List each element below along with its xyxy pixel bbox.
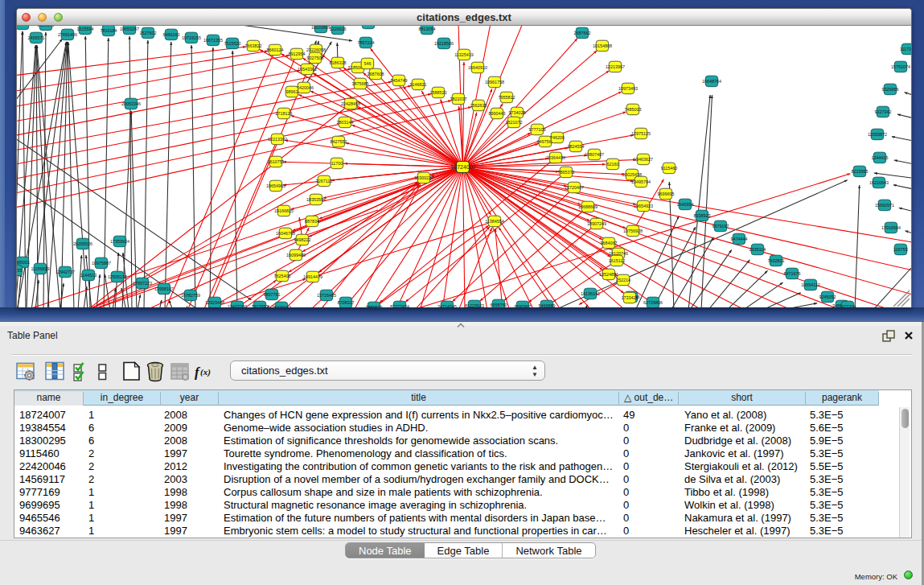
svg-text:9474444: 9474444 <box>731 237 748 241</box>
svg-text:8708317: 8708317 <box>338 300 355 305</box>
svg-text:15751074: 15751074 <box>891 64 910 69</box>
svg-text:1640954: 1640954 <box>677 202 694 207</box>
svg-text:116753: 116753 <box>893 247 908 252</box>
svg-text:12093872: 12093872 <box>868 132 887 137</box>
svg-text:8454749: 8454749 <box>391 78 408 83</box>
svg-text:13716485: 13716485 <box>317 293 336 298</box>
svg-text:16782759: 16782759 <box>181 293 200 298</box>
svg-text:3875685: 3875685 <box>352 81 369 86</box>
svg-text:985001: 985001 <box>17 260 30 265</box>
svg-text:2405571: 2405571 <box>28 35 45 40</box>
svg-text:746206: 746206 <box>550 135 565 140</box>
svg-text:16099489: 16099489 <box>286 253 306 257</box>
svg-text:1733426: 1733426 <box>622 295 639 300</box>
svg-text:7663822: 7663822 <box>245 43 262 48</box>
svg-text:10756928: 10756928 <box>623 229 643 233</box>
svg-text:18907249: 18907249 <box>587 221 606 226</box>
svg-text:2803144: 2803144 <box>337 120 354 125</box>
svg-text:62729806: 62729806 <box>643 300 663 305</box>
svg-text:10807487: 10807487 <box>585 152 604 157</box>
svg-text:9699695: 9699695 <box>658 192 675 196</box>
svg-text:8215955: 8215955 <box>852 169 869 174</box>
svg-text:18353594: 18353594 <box>306 197 326 202</box>
svg-text:9684067: 9684067 <box>601 241 618 245</box>
svg-text:252214: 252214 <box>616 278 630 282</box>
svg-text:10973493: 10973493 <box>618 86 638 91</box>
svg-text:7816184: 7816184 <box>101 28 117 33</box>
svg-text:10653267: 10653267 <box>120 27 139 31</box>
svg-text:8912954: 8912954 <box>289 51 306 56</box>
svg-text:2687608: 2687608 <box>368 72 384 76</box>
svg-text:3822037: 3822037 <box>450 97 467 101</box>
svg-text:12213967: 12213967 <box>606 64 625 69</box>
svg-text:23226058: 23226058 <box>306 47 326 52</box>
svg-text:15692971: 15692971 <box>875 203 894 208</box>
svg-text:13524851: 13524851 <box>599 272 618 277</box>
svg-text:6466160: 6466160 <box>163 32 180 37</box>
svg-text:10654112: 10654112 <box>801 282 820 287</box>
svg-text:17359924: 17359924 <box>110 239 129 244</box>
svg-text:1627204: 1627204 <box>840 304 856 307</box>
svg-text:12975125: 12975125 <box>631 131 651 136</box>
svg-text:12213302: 12213302 <box>268 137 287 142</box>
svg-text:16671355: 16671355 <box>203 38 223 43</box>
svg-text:11700: 11700 <box>331 161 343 166</box>
svg-text:14914479: 14914479 <box>303 274 322 279</box>
svg-text:3267110: 3267110 <box>316 179 333 183</box>
svg-text:9327508: 9327508 <box>307 56 324 60</box>
svg-text:11325419: 11325419 <box>454 52 474 57</box>
svg-text:62160: 62160 <box>607 162 619 167</box>
svg-text:7625402: 7625402 <box>274 274 291 278</box>
svg-text:7857224: 7857224 <box>358 40 375 45</box>
svg-text:20206526: 20206526 <box>73 241 92 246</box>
svg-text:9245052: 9245052 <box>819 295 836 299</box>
svg-text:11384554: 11384554 <box>485 219 504 224</box>
svg-text:16033809: 16033809 <box>311 26 331 30</box>
svg-text:19654923: 19654923 <box>634 204 653 208</box>
svg-text:98961: 98961 <box>286 89 298 94</box>
svg-text:27691406: 27691406 <box>58 32 77 37</box>
svg-text:7632821: 7632821 <box>768 258 785 263</box>
svg-text:17957223: 17957223 <box>133 281 152 286</box>
svg-text:8427552: 8427552 <box>331 139 347 144</box>
svg-text:1610755: 1610755 <box>268 159 285 164</box>
svg-text:16543362: 16543362 <box>298 67 317 72</box>
svg-text:3824554: 3824554 <box>568 144 585 149</box>
svg-text:6879197: 6879197 <box>713 224 729 229</box>
svg-text:81223623: 81223623 <box>465 303 484 307</box>
svg-text:2718126: 2718126 <box>276 111 293 116</box>
svg-text:12923448: 12923448 <box>205 300 224 305</box>
svg-text:12505135: 12505135 <box>108 274 127 279</box>
svg-text:15300227: 15300227 <box>414 175 433 180</box>
svg-text:(x): (x) <box>200 367 211 377</box>
svg-text:5466889: 5466889 <box>539 303 556 307</box>
svg-text:12942737: 12942737 <box>55 270 75 274</box>
svg-text:16640910: 16640910 <box>468 65 487 70</box>
svg-text:19166825: 19166825 <box>274 208 294 213</box>
svg-text:10719155: 10719155 <box>182 35 201 40</box>
svg-text:7955812: 7955812 <box>499 95 515 100</box>
svg-text:9498222: 9498222 <box>294 237 311 242</box>
svg-text:9115460: 9115460 <box>661 166 678 171</box>
svg-text:20053346: 20053346 <box>121 101 141 106</box>
svg-text:8990443: 8990443 <box>489 111 506 116</box>
svg-text:16648764: 16648764 <box>702 79 721 84</box>
svg-text:19654965: 19654965 <box>266 183 285 188</box>
svg-text:39155: 39155 <box>17 268 23 273</box>
svg-text:6690967: 6690967 <box>515 304 532 307</box>
svg-text:8813054: 8813054 <box>419 27 436 31</box>
svg-text:1244415: 1244415 <box>872 155 889 160</box>
svg-text:10975887: 10975887 <box>92 261 111 266</box>
svg-text:546: 546 <box>364 61 372 66</box>
svg-text:1615594: 1615594 <box>77 27 94 31</box>
svg-text:9857791: 9857791 <box>264 292 281 297</box>
svg-text:22428458: 22428458 <box>341 101 360 106</box>
svg-text:10688609: 10688609 <box>578 204 598 209</box>
svg-text:8660124: 8660124 <box>267 47 284 52</box>
svg-text:7485003: 7485003 <box>625 107 642 112</box>
svg-text:1615112: 1615112 <box>609 258 626 263</box>
svg-text:19218506: 19218506 <box>434 41 454 46</box>
svg-text:887834: 887834 <box>305 219 319 224</box>
svg-text:19463627: 19463627 <box>634 157 653 162</box>
svg-text:1521072: 1521072 <box>506 120 523 125</box>
